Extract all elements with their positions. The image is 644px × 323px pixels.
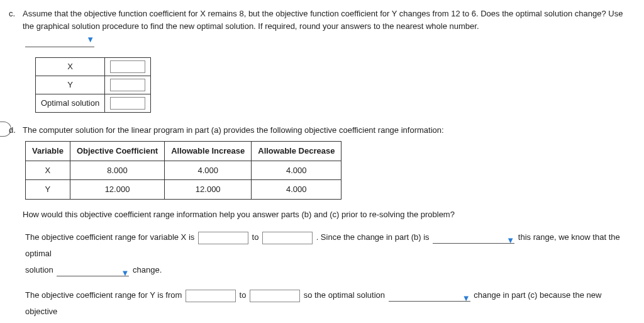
input-y-value[interactable] (110, 79, 145, 91)
input-x-range-high[interactable] (262, 232, 313, 244)
table-row: Y 12.000 12.000 4.000 (26, 180, 341, 200)
coefficient-range-table: Variable Objective Coefficient Allowable… (25, 141, 341, 200)
dropdown-will-wont-c[interactable]: ▼ (389, 290, 470, 302)
text-seg: to (252, 232, 259, 242)
dropdown-c-answer[interactable]: ▼ (25, 36, 94, 47)
input-y-range-high[interactable] (250, 290, 300, 302)
cell-x-dec: 4.000 (252, 161, 341, 180)
row-x-label: X (36, 57, 105, 76)
cell-x-inc: 4.000 (165, 161, 252, 180)
cell-x-var: X (26, 161, 70, 180)
question-d-text: How would this objective coefficient ran… (23, 208, 631, 221)
chevron-down-icon: ▼ (86, 33, 94, 46)
part-d-intro: The computer solution for the linear pro… (23, 124, 631, 137)
xy-solution-table: X Y Optimal solution (35, 57, 151, 113)
part-c: c. Assume that the objective function co… (13, 8, 631, 113)
text-seg: so the optimal solution (304, 290, 385, 300)
table-row: X 8.000 4.000 4.000 (26, 161, 341, 180)
th-obj-coef: Objective Coefficient (70, 142, 164, 161)
dropdown-within-outside-b[interactable]: ▼ (433, 232, 514, 244)
th-allow-dec: Allowable Decrease (252, 142, 341, 161)
dropdown-will-wont-b[interactable]: ▼ (57, 265, 129, 276)
part-d-label: d. (9, 124, 16, 137)
part-c-text: Assume that the objective function coeff… (23, 8, 631, 32)
text-seg: The objective coefficient range for Y is… (25, 290, 182, 300)
cell-y-coef: 12.000 (70, 180, 164, 200)
row-optimal-label: Optimal solution (36, 94, 105, 112)
cell-y-inc: 12.000 (165, 180, 252, 200)
text-seg: . Since the change in part (b) is (316, 232, 430, 242)
cell-y-var: Y (26, 180, 70, 200)
text-seg: to (240, 290, 247, 300)
cell-y-dec: 4.000 (252, 180, 341, 200)
part-d: d. The computer solution for the linear … (13, 124, 631, 324)
input-x-range-low[interactable] (198, 232, 248, 244)
sentence-x-range: The objective coefficient range for vari… (25, 229, 631, 278)
cell-x-coef: 8.000 (70, 161, 164, 180)
sentence-y-range: The objective coefficient range for Y is… (25, 287, 631, 323)
input-y-range-low[interactable] (186, 290, 236, 302)
th-variable: Variable (26, 142, 70, 161)
chevron-down-icon: ▼ (506, 232, 514, 249)
row-y-label: Y (36, 76, 105, 94)
chevron-down-icon: ▼ (121, 265, 130, 281)
text-seg: solution (25, 265, 53, 275)
part-c-label: c. (9, 8, 15, 20)
text-seg: change. (133, 265, 162, 275)
input-optimal-value[interactable] (110, 97, 145, 110)
chevron-down-icon: ▼ (462, 290, 470, 307)
th-allow-inc: Allowable Increase (165, 142, 252, 161)
text-seg: The objective coefficient range for vari… (25, 232, 194, 242)
input-x-value[interactable] (110, 60, 145, 73)
